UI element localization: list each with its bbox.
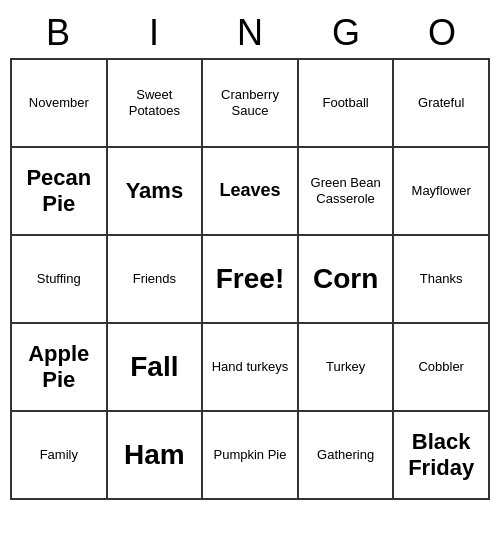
cell-text-5: Pecan Pie <box>16 165 102 218</box>
bingo-grid: NovemberSweet PotatoesCranberry SauceFoo… <box>10 58 490 500</box>
cell-text-8: Green Bean Casserole <box>303 175 389 206</box>
bingo-cell-3: Football <box>299 60 395 148</box>
header-o: O <box>394 8 490 58</box>
cell-text-6: Yams <box>126 178 184 204</box>
cell-text-4: Grateful <box>418 95 464 111</box>
bingo-cell-7: Leaves <box>203 148 299 236</box>
header-g: G <box>298 8 394 58</box>
cell-text-23: Gathering <box>317 447 374 463</box>
bingo-cell-21: Ham <box>108 412 204 500</box>
bingo-cell-13: Corn <box>299 236 395 324</box>
cell-text-21: Ham <box>124 438 185 472</box>
cell-text-9: Mayflower <box>412 183 471 199</box>
header-n: N <box>202 8 298 58</box>
bingo-card: B I N G O NovemberSweet PotatoesCranberr… <box>10 8 490 500</box>
bingo-cell-16: Fall <box>108 324 204 412</box>
bingo-cell-6: Yams <box>108 148 204 236</box>
bingo-cell-17: Hand turkeys <box>203 324 299 412</box>
bingo-cell-1: Sweet Potatoes <box>108 60 204 148</box>
bingo-cell-8: Green Bean Casserole <box>299 148 395 236</box>
cell-text-1: Sweet Potatoes <box>112 87 198 118</box>
bingo-cell-14: Thanks <box>394 236 490 324</box>
bingo-cell-0: November <box>12 60 108 148</box>
bingo-cell-5: Pecan Pie <box>12 148 108 236</box>
cell-text-13: Corn <box>313 262 378 296</box>
cell-text-7: Leaves <box>219 180 280 202</box>
cell-text-2: Cranberry Sauce <box>207 87 293 118</box>
cell-text-20: Family <box>40 447 78 463</box>
bingo-cell-22: Pumpkin Pie <box>203 412 299 500</box>
cell-text-14: Thanks <box>420 271 463 287</box>
bingo-cell-11: Friends <box>108 236 204 324</box>
bingo-header: B I N G O <box>10 8 490 58</box>
cell-text-10: Stuffing <box>37 271 81 287</box>
bingo-cell-4: Grateful <box>394 60 490 148</box>
header-i: I <box>106 8 202 58</box>
cell-text-16: Fall <box>130 350 178 384</box>
header-b: B <box>10 8 106 58</box>
bingo-cell-18: Turkey <box>299 324 395 412</box>
cell-text-3: Football <box>322 95 368 111</box>
bingo-cell-12: Free! <box>203 236 299 324</box>
cell-text-18: Turkey <box>326 359 365 375</box>
cell-text-11: Friends <box>133 271 176 287</box>
cell-text-15: Apple Pie <box>16 341 102 394</box>
cell-text-22: Pumpkin Pie <box>214 447 287 463</box>
cell-text-19: Cobbler <box>418 359 464 375</box>
bingo-cell-19: Cobbler <box>394 324 490 412</box>
bingo-cell-15: Apple Pie <box>12 324 108 412</box>
cell-text-12: Free! <box>216 262 284 296</box>
cell-text-17: Hand turkeys <box>212 359 289 375</box>
bingo-cell-2: Cranberry Sauce <box>203 60 299 148</box>
cell-text-0: November <box>29 95 89 111</box>
bingo-cell-10: Stuffing <box>12 236 108 324</box>
bingo-cell-24: Black Friday <box>394 412 490 500</box>
bingo-cell-9: Mayflower <box>394 148 490 236</box>
bingo-cell-23: Gathering <box>299 412 395 500</box>
cell-text-24: Black Friday <box>398 429 484 482</box>
bingo-cell-20: Family <box>12 412 108 500</box>
